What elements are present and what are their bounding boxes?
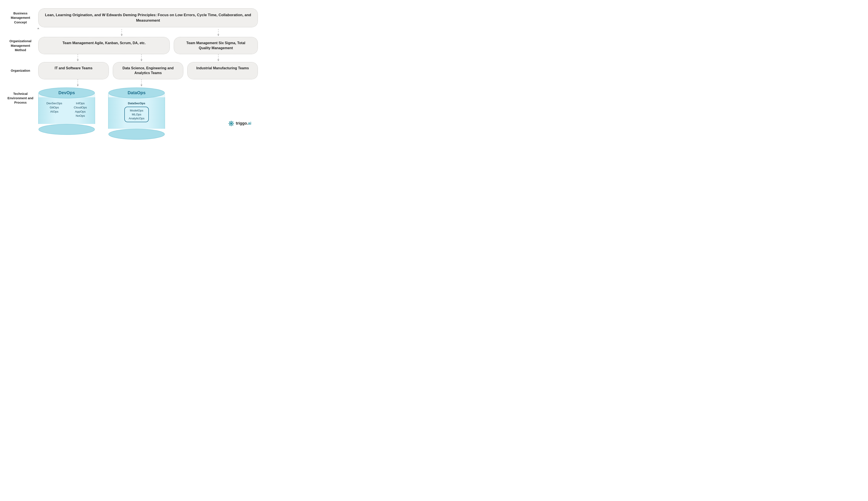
logo-suffix: ai [248,121,251,126]
devops-item-6: AppOps [75,110,86,113]
omm-box2: Team Management Six Sigma, Total Quality… [174,37,258,54]
devops-item-1: DevSecOps [46,102,62,105]
devops-bottom [38,124,95,135]
dataops-bottom-svg [108,129,165,140]
org-box2: Data Science, Engineering and Analytics … [113,62,183,79]
devops-item-2: GitOps [50,106,59,109]
arrow-org-to-tep [4,79,258,87]
devops-item-4: InfOps [76,102,85,105]
devops-content: DevSecOps GitOps AIOps InfOps CloudOps A… [41,99,93,117]
omm-body: Team Management Agile, Kanban, Scrum, DA… [38,37,258,54]
dataops-inner-item-3: AnalyticOps [129,117,144,120]
omm-boxes: Team Management Agile, Kanban, Scrum, DA… [38,37,258,54]
devops-title-area: DevOps [38,87,95,98]
diagram-container: Business Management Concept Lean, Learni… [4,7,258,140]
tep-body: DevOps DevSecOps GitOps AIOps [38,87,258,140]
tep-label: TechnicalEnvironment andProcess [4,87,38,105]
devops-item-3: AIOps [50,110,58,113]
omm-row: OrganizationalManagementMethod Team Mana… [4,37,258,54]
svg-point-18 [230,122,232,124]
arrow-bmc-to-omm [4,29,258,37]
bmc-row: Business Management Concept Lean, Learni… [4,7,258,29]
dataops-top: DataOps [108,87,165,98]
devops-item-5: CloudOps [74,106,87,109]
dataops-item-top: DataSecOps [128,102,145,105]
logo-text: triggo.ai [236,121,251,126]
arrow-svg-3 [38,79,258,87]
org-row: Organization IT and Software Teams Data … [4,62,258,79]
bmc-box: Lean, Learning Origination, and W Edward… [38,8,258,27]
omm-label: OrganizationalManagementMethod [4,37,38,54]
devops-top: DevOps [38,87,95,98]
dataops-content: DataSecOps ModelOps MLOps AnalyticOps [113,99,160,122]
bmc-body: Lean, Learning Origination, and W Edward… [38,8,258,27]
dataops-title: DataOps [128,90,145,95]
devops-bottom-svg [38,124,95,135]
dataops-body: DataSecOps ModelOps MLOps AnalyticOps [108,93,165,129]
org-box1: IT and Software Teams [38,62,109,79]
cylinders-container: DevOps DevSecOps GitOps AIOps [38,87,165,140]
devops-col2: InfOps CloudOps AppOps NoOps [74,102,87,117]
arrow-svg-1 [38,29,258,37]
omm-box1: Team Management Agile, Kanban, Scrum, DA… [38,37,170,54]
arrow-svg-2 [38,54,258,62]
triggo-logo-icon [228,120,235,127]
org-box3: Industrial Manufacturing Teams [187,62,258,79]
dataops-cylinder: DataOps DataSecOps ModelOps MLOps Anal [108,87,165,140]
dataops-inner-box: ModelOps MLOps AnalyticOps [124,107,149,122]
svg-point-10 [39,124,95,135]
dataops-inner-item-2: MLOps [132,113,141,116]
bmc-label: Business Management Concept [4,8,38,27]
dataops-title-area: DataOps [108,87,165,98]
logo-brand: triggo. [236,121,248,126]
svg-point-12 [109,129,164,139]
devops-item-7: NoOps [76,114,85,117]
arrow-omm-to-org [4,54,258,62]
tep-row: TechnicalEnvironment andProcess DevOps [4,87,258,140]
dataops-bottom [108,129,165,140]
logo: triggo.ai [228,120,251,127]
org-label: Organization [4,62,38,79]
devops-col1: DevSecOps GitOps AIOps [46,102,62,117]
org-body: IT and Software Teams Data Science, Engi… [38,62,258,79]
dataops-inner-item-1: ModelOps [130,109,143,112]
org-boxes: IT and Software Teams Data Science, Engi… [38,62,258,79]
devops-cylinder: DevOps DevSecOps GitOps AIOps [38,87,95,135]
devops-title: DevOps [58,90,75,95]
